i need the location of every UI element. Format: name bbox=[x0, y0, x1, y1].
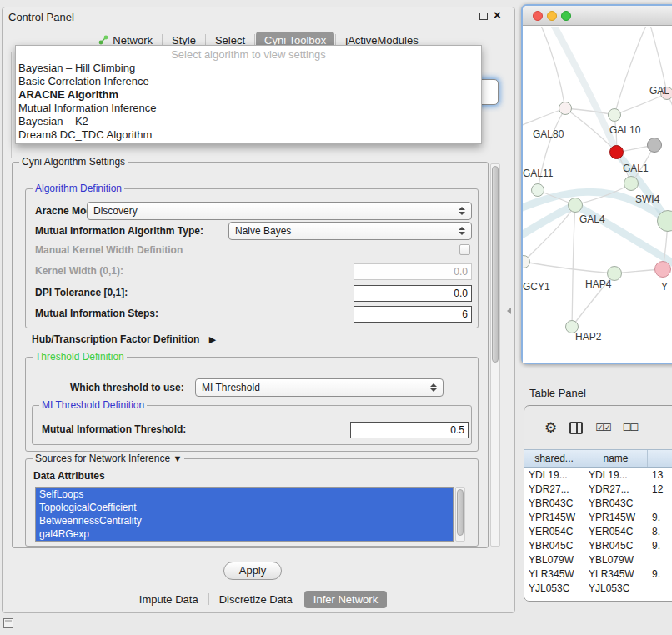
data-attributes-label: Data Attributes bbox=[33, 468, 105, 483]
control-panel-title: Control Panel bbox=[8, 11, 74, 23]
sources-title[interactable]: Sources for Network Inference ▼ bbox=[33, 452, 184, 464]
combo-stepper-icon bbox=[430, 383, 437, 392]
table-panel-window: ⚙ ☑☑ ☐☐ shared... name YDL19...YDL19...1… bbox=[524, 405, 672, 602]
kernel-width-input[interactable] bbox=[354, 263, 472, 280]
mi-type-value: Naive Bayes bbox=[235, 225, 291, 237]
cell: YER054C bbox=[584, 525, 648, 539]
tab-impute-data[interactable]: Impute Data bbox=[130, 591, 208, 608]
collapsed-panel-icon[interactable] bbox=[3, 618, 13, 628]
minimize-traffic-light-icon[interactable] bbox=[547, 11, 557, 21]
cell: YDL19... bbox=[584, 468, 648, 482]
column-header-shared-name[interactable]: shared... bbox=[524, 450, 584, 467]
graph-node-gal4[interactable] bbox=[568, 198, 583, 212]
dropdown-item[interactable]: Mutual Information Inference bbox=[16, 102, 481, 115]
list-item-selected[interactable]: gal4RGexp bbox=[36, 528, 453, 541]
list-item-selected[interactable]: TopologicalCoefficient bbox=[36, 501, 453, 514]
cell bbox=[648, 497, 672, 511]
cell: YBR043C bbox=[584, 497, 648, 511]
apply-button[interactable]: Apply bbox=[223, 562, 282, 580]
graph-node-gray[interactable] bbox=[647, 138, 662, 152]
node-label: GAL1 bbox=[623, 162, 649, 174]
select-all-columns-icon[interactable]: ☑☑ bbox=[595, 422, 610, 433]
table-row[interactable]: YLR345WYLR345W9. bbox=[524, 568, 672, 582]
manual-kernel-label: Manual Kernel Width Definition bbox=[35, 242, 183, 258]
combo-stepper-icon bbox=[459, 227, 465, 235]
dpi-tolerance-input[interactable] bbox=[354, 285, 472, 302]
node-label: GAL10 bbox=[609, 124, 640, 136]
sources-title-text: Sources for Network Inference bbox=[35, 452, 170, 464]
screen: Control Panel × Network Style Select Cyn… bbox=[0, 0, 672, 635]
close-traffic-light-icon[interactable] bbox=[533, 11, 543, 21]
which-threshold-label: Which threshold to use: bbox=[70, 378, 184, 397]
settings-scrollbar-thumb[interactable] bbox=[492, 166, 499, 362]
mi-type-select[interactable]: Naive Bayes bbox=[228, 222, 472, 240]
dpi-tolerance-label: DPI Tolerance [0,1]: bbox=[35, 284, 128, 301]
table-row[interactable]: YDR27...YDR27...12 bbox=[524, 482, 672, 497]
deselect-all-columns-icon[interactable]: ☐☐ bbox=[623, 422, 638, 433]
cell: YER054C bbox=[524, 525, 584, 539]
combo-stepper-icon bbox=[459, 207, 465, 215]
cell: YBR043C bbox=[524, 497, 584, 511]
hub-expander-icon[interactable]: ▶ bbox=[209, 334, 216, 344]
column-header-clipped[interactable] bbox=[648, 450, 672, 467]
zoom-traffic-light-icon[interactable] bbox=[561, 11, 571, 21]
graph-node-gal1[interactable] bbox=[624, 176, 639, 191]
which-threshold-select[interactable]: MI Threshold bbox=[195, 378, 444, 397]
hub-section-label[interactable]: Hub/Transcription Factor Definition ▶ bbox=[32, 332, 216, 347]
column-header-name[interactable]: name bbox=[584, 450, 648, 467]
network-window-titlebar[interactable] bbox=[523, 6, 672, 26]
network-graph-canvas[interactable]: GAL GAL80 GAL10 GAL11 GAL1 SWI4 GAL4 GCY… bbox=[523, 27, 672, 362]
graph-node[interactable] bbox=[608, 108, 621, 122]
dropdown-item[interactable]: Basic Correlation Inference bbox=[16, 75, 481, 88]
graph-node[interactable] bbox=[559, 102, 572, 115]
aracne-mode-select[interactable]: Discovery bbox=[87, 202, 472, 220]
bottom-tabs: Impute Data Discretize Data Infer Networ… bbox=[2, 590, 515, 608]
graph-node-gal10[interactable] bbox=[609, 145, 624, 159]
dropdown-item[interactable]: Bayesian – Hill Climbing bbox=[16, 62, 481, 75]
cell: 9. bbox=[648, 568, 672, 582]
network-view-window: GAL GAL80 GAL10 GAL11 GAL1 SWI4 GAL4 GCY… bbox=[521, 4, 672, 364]
hub-section-text: Hub/Transcription Factor Definition bbox=[32, 333, 199, 345]
settings-scrollbar[interactable] bbox=[490, 163, 500, 547]
table-columns-icon[interactable] bbox=[569, 422, 583, 434]
mi-threshold-definition-title: MI Threshold Definition bbox=[39, 399, 147, 411]
table-row[interactable]: YER054CYER054C8. bbox=[524, 525, 672, 539]
close-panel-icon[interactable]: × bbox=[494, 9, 501, 21]
table-toolbar: ⚙ ☑☑ ☐☐ bbox=[524, 406, 672, 449]
mi-type-label: Mutual Information Algorithm Type: bbox=[35, 222, 203, 240]
table-row[interactable]: YPR145WYPR145W9. bbox=[524, 511, 672, 525]
cell: 12 bbox=[648, 482, 672, 497]
network-tab-icon bbox=[98, 35, 108, 45]
table-row[interactable]: YJL053CYJL053C bbox=[524, 582, 672, 596]
node-label: GAL11 bbox=[523, 168, 553, 179]
attributes-list-scrollbar-thumb[interactable] bbox=[457, 489, 464, 536]
list-item-selected[interactable]: BetweennessCentrality bbox=[36, 514, 453, 528]
data-attributes-list[interactable]: SelfLoops TopologicalCoefficient Between… bbox=[35, 487, 454, 542]
table-row[interactable]: YBR043CYBR043C bbox=[524, 497, 672, 511]
dropdown-item[interactable]: Bayesian – K2 bbox=[16, 115, 481, 128]
manual-kernel-checkbox[interactable] bbox=[459, 244, 470, 255]
list-item-selected[interactable]: SelfLoops bbox=[36, 488, 453, 501]
aracne-mode-value: Discovery bbox=[93, 205, 138, 217]
dropdown-item[interactable]: Dream8 DC_TDC Algorithm bbox=[16, 128, 481, 142]
mi-steps-label: Mutual Information Steps: bbox=[35, 305, 158, 322]
table-settings-gear-icon[interactable]: ⚙ bbox=[544, 421, 557, 435]
table-row[interactable]: YBL079WYBL079W bbox=[524, 553, 672, 568]
attributes-list-scrollbar[interactable] bbox=[455, 487, 465, 542]
cell: YJL053C bbox=[524, 582, 584, 596]
cell: YLR345W bbox=[524, 568, 584, 582]
table-row[interactable]: YDL19...YDL19...13 bbox=[524, 468, 672, 482]
dropdown-item-selected[interactable]: ARACNE Algorithm bbox=[16, 88, 481, 102]
mi-threshold-input[interactable] bbox=[350, 422, 469, 438]
float-window-icon[interactable] bbox=[479, 12, 488, 20]
tab-discretize-data[interactable]: Discretize Data bbox=[210, 591, 302, 608]
splitpane-collapse-arrow[interactable] bbox=[507, 308, 511, 314]
tab-infer-network[interactable]: Infer Network bbox=[304, 591, 387, 608]
settings-group-title: Cyni Algorithm Settings bbox=[19, 156, 128, 168]
graph-node-pink[interactable] bbox=[654, 261, 671, 278]
table-row[interactable]: YBR045CYBR045C9. bbox=[524, 539, 672, 553]
graph-node-gal11[interactable] bbox=[531, 183, 544, 197]
sources-collapse-icon[interactable]: ▼ bbox=[173, 453, 182, 463]
mi-steps-input[interactable] bbox=[354, 306, 472, 322]
kernel-width-label: Kernel Width (0,1): bbox=[35, 262, 123, 279]
